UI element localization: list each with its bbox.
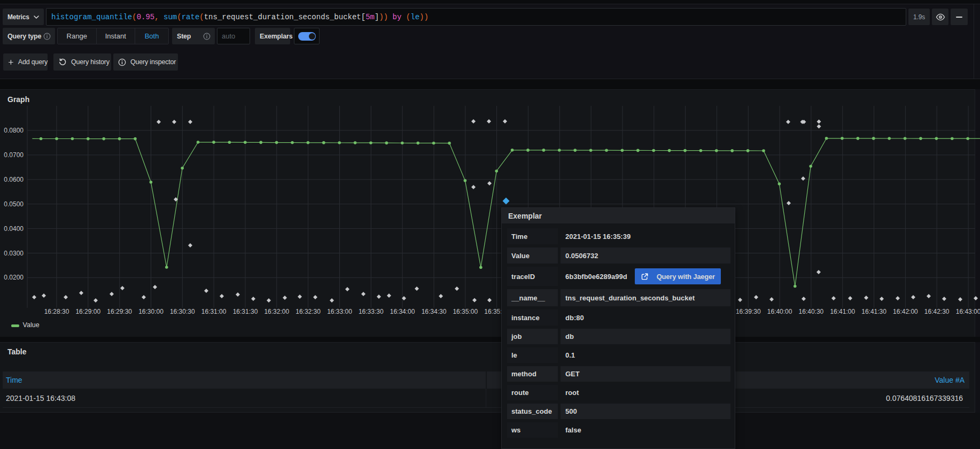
svg-text:16:32:30: 16:32:30 [295, 308, 321, 315]
svg-text:16:29:00: 16:29:00 [75, 308, 100, 315]
svg-text:16:34:00: 16:34:00 [390, 308, 415, 315]
svg-text:16:42:00: 16:42:00 [893, 308, 918, 315]
svg-text:16:42:30: 16:42:30 [924, 308, 950, 315]
svg-text:16:41:00: 16:41:00 [830, 308, 855, 315]
svg-text:16:33:30: 16:33:30 [359, 308, 384, 315]
svg-text:0.0800: 0.0800 [4, 127, 24, 134]
svg-text:16:31:00: 16:31:00 [201, 308, 227, 315]
svg-text:16:35:00: 16:35:00 [453, 308, 478, 315]
svg-text:16:30:30: 16:30:30 [170, 308, 195, 315]
svg-text:0.0500: 0.0500 [4, 200, 24, 208]
svg-text:16:39:30: 16:39:30 [736, 308, 761, 315]
svg-text:0.0400: 0.0400 [4, 225, 24, 233]
svg-text:0.0300: 0.0300 [4, 250, 24, 257]
svg-text:0.0600: 0.0600 [4, 176, 24, 183]
svg-text:16:41:30: 16:41:30 [861, 308, 886, 315]
svg-text:16:34:30: 16:34:30 [422, 308, 447, 315]
svg-text:16:30:00: 16:30:00 [138, 308, 164, 315]
svg-text:16:29:30: 16:29:30 [107, 308, 132, 315]
svg-text:0.0700: 0.0700 [4, 151, 24, 159]
svg-text:16:31:30: 16:31:30 [233, 308, 258, 315]
svg-text:16:28:30: 16:28:30 [44, 308, 69, 315]
svg-text:16:43:00: 16:43:00 [956, 308, 980, 315]
svg-text:0.0200: 0.0200 [4, 274, 24, 281]
svg-text:16:40:30: 16:40:30 [799, 308, 824, 315]
svg-text:16:40:00: 16:40:00 [767, 308, 792, 315]
svg-text:16:33:00: 16:33:00 [327, 308, 352, 315]
svg-text:16:32:00: 16:32:00 [264, 308, 289, 315]
